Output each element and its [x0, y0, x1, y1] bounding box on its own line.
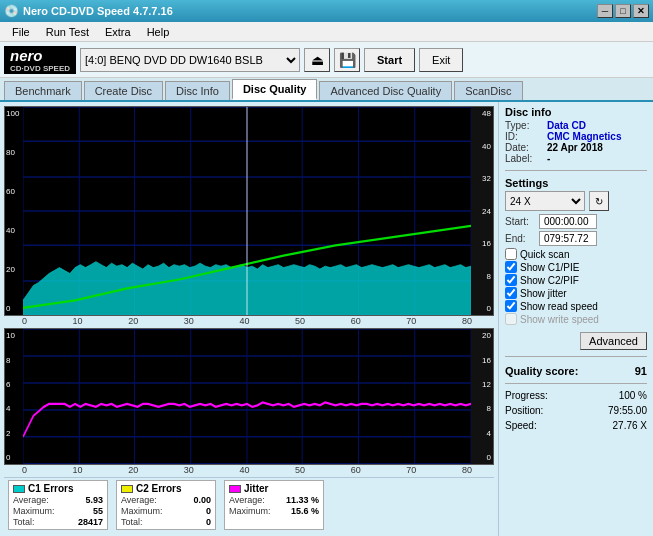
app-title: Nero CD-DVD Speed 4.7.7.16 — [23, 5, 173, 17]
maximize-button[interactable]: □ — [615, 4, 631, 18]
position-value: 79:55.00 — [608, 405, 647, 416]
legend-c1: C1 Errors Average: 5.93 Maximum: 55 Tota… — [8, 480, 108, 530]
chart1-y-axis-right: 48 40 32 24 16 8 0 — [471, 107, 493, 315]
tab-create-disc[interactable]: Create Disc — [84, 81, 163, 100]
disc-type-value: Data CD — [547, 120, 586, 131]
chart1-x-axis: 0 10 20 30 40 50 60 70 80 — [4, 316, 494, 326]
quick-scan-row: Quick scan — [505, 248, 647, 260]
disc-id-value: CMC Magnetics — [547, 131, 621, 142]
quick-scan-checkbox[interactable] — [505, 248, 517, 260]
show-c2pif-label: Show C2/PIF — [520, 275, 579, 286]
show-c2pif-checkbox[interactable] — [505, 274, 517, 286]
disc-date-row: Date: 22 Apr 2018 — [505, 142, 647, 153]
tab-bar: Benchmark Create Disc Disc Info Disc Qua… — [0, 78, 653, 102]
menubar: File Run Test Extra Help — [0, 22, 653, 42]
divider3 — [505, 383, 647, 384]
show-write-speed-label: Show write speed — [520, 314, 599, 325]
jitter-color — [229, 485, 241, 493]
menu-help[interactable]: Help — [139, 24, 178, 40]
quality-score-value: 91 — [635, 365, 647, 377]
legend: C1 Errors Average: 5.93 Maximum: 55 Tota… — [4, 477, 494, 532]
show-write-speed-checkbox[interactable] — [505, 313, 517, 325]
show-read-speed-label: Show read speed — [520, 301, 598, 312]
speed-selector[interactable]: 24 X Max 16 X 32 X 48 X — [505, 191, 585, 211]
chart1-svg — [23, 107, 471, 315]
tab-scandisc[interactable]: ScanDisc — [454, 81, 522, 100]
tab-disc-info[interactable]: Disc Info — [165, 81, 230, 100]
divider2 — [505, 356, 647, 357]
legend-jitter: Jitter Average: 11.33 % Maximum: 15.6 % — [224, 480, 324, 530]
show-jitter-label: Show jitter — [520, 288, 567, 299]
show-jitter-row: Show jitter — [505, 287, 647, 299]
speed-value: 27.76 X — [613, 420, 647, 431]
show-read-speed-row: Show read speed — [505, 300, 647, 312]
disc-label-row: Label: - — [505, 153, 647, 164]
close-button[interactable]: ✕ — [633, 4, 649, 18]
position-row: Position: 79:55.00 — [505, 405, 647, 416]
end-time-row: End: — [505, 231, 647, 246]
show-read-speed-checkbox[interactable] — [505, 300, 517, 312]
menu-extra[interactable]: Extra — [97, 24, 139, 40]
speed-row: Speed: 27.76 X — [505, 420, 647, 431]
progress-label: Progress: — [505, 390, 548, 401]
titlebar-left: 💿 Nero CD-DVD Speed 4.7.7.16 — [4, 4, 173, 18]
chart-area: 48 40 32 24 16 8 0 100 80 60 40 20 0 — [0, 102, 498, 536]
settings-title: Settings — [505, 177, 647, 189]
speed-label: Speed: — [505, 420, 537, 431]
titlebar: 💿 Nero CD-DVD Speed 4.7.7.16 ─ □ ✕ — [0, 0, 653, 22]
right-panel: Disc info Type: Data CD ID: CMC Magnetic… — [498, 102, 653, 536]
jitter-title: Jitter — [244, 483, 268, 494]
disc-label-value: - — [547, 153, 550, 164]
show-c2pif-row: Show C2/PIF — [505, 274, 647, 286]
toolbar: nero CD·DVD SPEED [4:0] BENQ DVD DD DW16… — [0, 42, 653, 78]
start-time-row: Start: — [505, 214, 647, 229]
menu-run-test[interactable]: Run Test — [38, 24, 97, 40]
legend-c2: C2 Errors Average: 0.00 Maximum: 0 Total… — [116, 480, 216, 530]
tab-benchmark[interactable]: Benchmark — [4, 81, 82, 100]
quality-score-row: Quality score: 91 — [505, 365, 647, 377]
advanced-button[interactable]: Advanced — [580, 332, 647, 350]
start-button[interactable]: Start — [364, 48, 415, 72]
chart2-svg — [23, 329, 471, 464]
disc-info-section: Disc info Type: Data CD ID: CMC Magnetic… — [505, 106, 647, 164]
chart2-container: 20 16 12 8 4 0 10 8 6 4 2 0 — [4, 328, 494, 475]
main-content: 48 40 32 24 16 8 0 100 80 60 40 20 0 — [0, 102, 653, 536]
disc-date-value: 22 Apr 2018 — [547, 142, 603, 153]
chart1: 48 40 32 24 16 8 0 100 80 60 40 20 0 — [4, 106, 494, 316]
minimize-button[interactable]: ─ — [597, 4, 613, 18]
quick-scan-label: Quick scan — [520, 249, 569, 260]
save-button[interactable]: 💾 — [334, 48, 360, 72]
chart2-y-axis-left: 10 8 6 4 2 0 — [5, 329, 23, 464]
disc-id-row: ID: CMC Magnetics — [505, 131, 647, 142]
titlebar-controls: ─ □ ✕ — [597, 4, 649, 18]
nero-logo: nero CD·DVD SPEED — [4, 46, 76, 74]
exit-button[interactable]: Exit — [419, 48, 463, 72]
app-icon: 💿 — [4, 4, 19, 18]
quality-score-label: Quality score: — [505, 365, 578, 377]
tab-disc-quality[interactable]: Disc Quality — [232, 79, 318, 100]
tab-advanced-disc-quality[interactable]: Advanced Disc Quality — [319, 81, 452, 100]
position-label: Position: — [505, 405, 543, 416]
eject-button[interactable]: ⏏ — [304, 48, 330, 72]
chart1-container: 48 40 32 24 16 8 0 100 80 60 40 20 0 — [4, 106, 494, 326]
show-jitter-checkbox[interactable] — [505, 287, 517, 299]
drive-selector[interactable]: [4:0] BENQ DVD DD DW1640 BSLB — [80, 48, 300, 72]
menu-file[interactable]: File — [4, 24, 38, 40]
show-write-speed-row: Show write speed — [505, 313, 647, 325]
start-time-input[interactable] — [539, 214, 597, 229]
disc-type-row: Type: Data CD — [505, 120, 647, 131]
divider1 — [505, 170, 647, 171]
progress-value: 100 % — [619, 390, 647, 401]
chart2: 20 16 12 8 4 0 10 8 6 4 2 0 — [4, 328, 494, 465]
chart2-y-axis-right: 20 16 12 8 4 0 — [471, 329, 493, 464]
show-c1pie-row: Show C1/PIE — [505, 261, 647, 273]
speed-row: 24 X Max 16 X 32 X 48 X ↻ — [505, 191, 647, 211]
chart1-y-axis-left: 100 80 60 40 20 0 — [5, 107, 23, 315]
end-time-input[interactable] — [539, 231, 597, 246]
refresh-button[interactable]: ↻ — [589, 191, 609, 211]
settings-section: Settings 24 X Max 16 X 32 X 48 X ↻ Start… — [505, 177, 647, 326]
c2-title: C2 Errors — [136, 483, 182, 494]
chart2-x-axis: 0 10 20 30 40 50 60 70 80 — [4, 465, 494, 475]
show-c1pie-checkbox[interactable] — [505, 261, 517, 273]
c2-color — [121, 485, 133, 493]
